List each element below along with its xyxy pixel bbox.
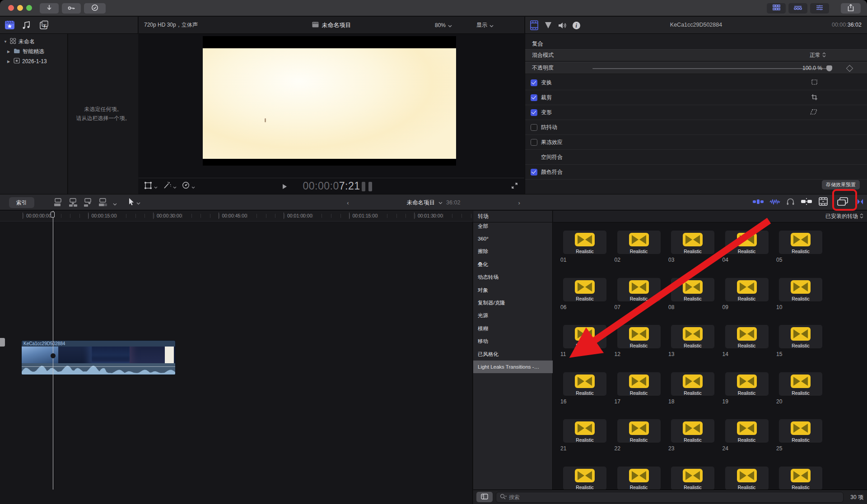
effect-checkbox[interactable] [531, 79, 537, 86]
transition-tile-18[interactable]: Realistic [671, 372, 714, 396]
chevron-down-icon[interactable] [438, 199, 443, 206]
transition-tile-12[interactable]: Realistic [617, 325, 661, 348]
transition-tile-16[interactable]: Realistic [563, 372, 606, 396]
tab-titles-generators[interactable]: T [39, 20, 49, 32]
transition-tile-22[interactable]: Realistic [617, 419, 661, 443]
transition-tile-8[interactable]: Realistic [671, 278, 714, 301]
insert-edit-icon[interactable] [68, 198, 78, 209]
transition-tile-1[interactable]: Realistic [563, 231, 606, 254]
transition-tile-20[interactable]: Realistic [779, 372, 822, 396]
minimize-window-button[interactable] [17, 5, 23, 11]
disclosure-triangle-icon[interactable]: ▼ [4, 40, 8, 44]
playhead[interactable] [53, 211, 53, 490]
blend-mode-row[interactable]: 混合模式 正常 [525, 49, 867, 61]
viewer-display-menu[interactable]: 显示 [476, 21, 494, 29]
fullscreen-icon[interactable] [511, 182, 518, 191]
timeline-panel[interactable]: 00:00:00:0000:00:15:0000:00:30:0000:00:4… [0, 211, 473, 504]
effect-checkbox[interactable] [531, 169, 537, 176]
transition-category-6[interactable]: 对象 [473, 284, 553, 296]
audio-meters[interactable] [362, 182, 372, 191]
transition-tile-2[interactable]: Realistic [617, 231, 661, 254]
transition-tile-17[interactable]: Realistic [617, 372, 661, 396]
transition-tile-7[interactable]: Realistic [617, 278, 661, 301]
effect-checkbox[interactable] [531, 109, 537, 116]
sidebar-toggle-button[interactable] [476, 492, 493, 502]
disclosure-triangle-icon[interactable]: ▶ [7, 60, 11, 64]
opacity-slider-thumb[interactable] [826, 65, 832, 71]
transition-tile-26[interactable]: Realistic [563, 467, 606, 490]
transition-tile-24[interactable]: Realistic [725, 419, 769, 443]
timeline-project-title[interactable]: 未命名项目 [407, 199, 435, 207]
transition-category-10[interactable]: 移动 [473, 335, 553, 348]
video-frame[interactable] [203, 36, 456, 166]
solo-headphones-icon[interactable] [786, 198, 795, 207]
transition-category-11[interactable]: 已风格化 [473, 348, 553, 361]
transition-category-4[interactable]: 叠化 [473, 258, 553, 271]
effects-browser-icon[interactable] [818, 197, 828, 208]
close-window-button[interactable] [8, 5, 14, 11]
show-browser-button[interactable] [767, 3, 786, 14]
connect-edit-icon[interactable] [53, 198, 63, 209]
transition-category-5[interactable]: 动态转场 [473, 271, 553, 284]
next-project-arrow[interactable]: › [518, 199, 520, 206]
import-media-button[interactable] [40, 3, 59, 14]
transition-tile-21[interactable]: Realistic [563, 419, 606, 443]
effect-checkbox[interactable] [531, 94, 537, 101]
transition-tile-28[interactable]: Realistic [671, 467, 714, 490]
opacity-slider-track[interactable] [592, 68, 830, 69]
transition-tile-10[interactable]: Realistic [779, 278, 822, 301]
tab-photos-audio[interactable] [22, 20, 32, 32]
transition-tile-29[interactable]: Realistic [725, 467, 769, 490]
previous-project-arrow[interactable]: ‹ [347, 199, 349, 206]
zoom-window-button[interactable] [26, 5, 32, 11]
transition-tile-13[interactable]: Realistic [671, 325, 714, 348]
save-effects-preset-button[interactable]: 存储效果预置 [822, 180, 860, 190]
audio-skimming-icon[interactable] [769, 198, 780, 207]
timeline-clip[interactable]: KeCa1cc29D502884 [22, 341, 175, 375]
overwrite-edit-icon[interactable] [98, 198, 108, 209]
transition-tile-19[interactable]: Realistic [725, 372, 769, 396]
opacity-value[interactable]: 100.0 % [802, 65, 822, 71]
transition-tile-14[interactable]: Realistic [725, 325, 769, 348]
show-inspector-button[interactable] [810, 3, 829, 14]
crop-icon[interactable] [811, 94, 818, 102]
transition-tile-4[interactable]: Realistic [725, 231, 769, 254]
transition-tile-9[interactable]: Realistic [725, 278, 769, 301]
effect-checkbox[interactable] [531, 139, 537, 146]
transition-category-7[interactable]: 复制器/克隆 [473, 296, 553, 309]
index-button[interactable]: 索引 [9, 197, 34, 208]
effect-checkbox[interactable] [531, 124, 537, 131]
transition-tile-6[interactable]: Realistic [563, 278, 606, 301]
sidebar-item-library[interactable]: ▼ 未命名 [0, 37, 67, 46]
tab-library[interactable] [5, 20, 15, 32]
background-tasks-button[interactable] [84, 3, 106, 14]
enhancements-wand-icon[interactable] [163, 181, 171, 191]
installed-transitions-menu[interactable]: 已安装的转场 [553, 211, 867, 222]
transition-tile-25[interactable]: Realistic [779, 419, 822, 443]
transition-category-8[interactable]: 光源 [473, 310, 553, 322]
transition-bowtie-icon[interactable] [857, 198, 863, 207]
transition-category-12[interactable]: Light Leaks Transitions -… [473, 361, 553, 373]
distort-icon[interactable] [810, 109, 818, 116]
playhead-handle[interactable] [51, 212, 55, 217]
viewer-zoom-menu[interactable]: 80% [435, 21, 452, 29]
show-timeline-button[interactable] [788, 3, 807, 14]
transition-tile-15[interactable]: Realistic [779, 325, 822, 348]
chevron-down-icon[interactable] [191, 182, 195, 190]
snapping-icon[interactable] [801, 198, 812, 207]
chevron-down-icon[interactable] [113, 199, 117, 208]
transition-tile-3[interactable]: Realistic [671, 231, 714, 254]
keywords-button[interactable] [62, 3, 81, 14]
chevron-down-icon[interactable] [154, 182, 158, 190]
share-button[interactable] [841, 3, 861, 14]
transition-tile-5[interactable]: Realistic [779, 231, 822, 254]
transition-tile-30[interactable]: Realistic [779, 467, 822, 490]
play-icon[interactable] [282, 183, 287, 191]
chevron-down-icon[interactable] [173, 182, 177, 190]
disclosure-triangle-icon[interactable]: ▶ [7, 50, 11, 54]
transition-category-9[interactable]: 模糊 [473, 322, 553, 335]
transition-category-2[interactable]: 360° [473, 232, 553, 245]
transition-category-1[interactable]: 全部 [473, 220, 553, 232]
transform-tool-icon[interactable] [144, 182, 152, 191]
sidebar-item-smart-collections[interactable]: ▶ 智能精选 [0, 46, 67, 56]
